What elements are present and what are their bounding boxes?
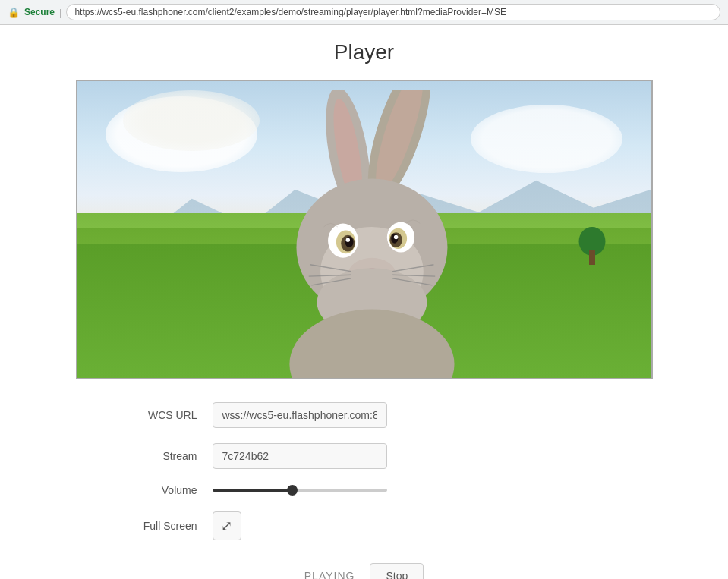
fullscreen-icon: ⤢ <box>221 518 232 534</box>
svg-point-10 <box>345 238 349 241</box>
svg-point-9 <box>345 237 353 247</box>
fullscreen-row: Full Screen ⤢ <box>99 511 630 540</box>
wcs-url-row: WCS URL <box>99 402 630 428</box>
separator: | <box>59 7 61 18</box>
volume-label: Volume <box>99 484 197 496</box>
volume-track <box>213 489 387 492</box>
video-scene <box>77 81 651 378</box>
video-player <box>76 80 653 379</box>
controls-section: WCS URL Stream Volume Full Screen ⤢ <box>99 402 630 579</box>
stream-input[interactable] <box>213 443 387 469</box>
url-bar[interactable]: https://wcs5-eu.flashphoner.com/client2/… <box>66 4 720 20</box>
page-content: Player <box>0 25 728 579</box>
stream-row: Stream <box>99 443 630 469</box>
browser-bar: 🔒 Secure | https://wcs5-eu.flashphoner.c… <box>0 0 728 25</box>
bunny-character <box>235 90 523 378</box>
tree-trunk <box>589 250 595 265</box>
page-title: Player <box>334 40 394 65</box>
playing-status: PLAYING <box>304 570 355 579</box>
lock-icon: 🔒 <box>8 7 20 18</box>
secure-label: Secure <box>24 7 55 17</box>
volume-row: Volume <box>99 484 630 496</box>
volume-slider-container[interactable] <box>213 489 387 492</box>
volume-fill <box>213 489 293 492</box>
svg-point-15 <box>393 235 397 239</box>
stream-label: Stream <box>99 450 197 462</box>
volume-thumb[interactable] <box>287 485 298 496</box>
tree-right <box>578 227 605 265</box>
fullscreen-label: Full Screen <box>99 520 197 532</box>
wcs-url-input[interactable] <box>213 402 387 428</box>
stop-button[interactable]: Stop <box>370 563 424 579</box>
svg-point-21 <box>289 310 454 378</box>
action-row: PLAYING Stop <box>99 563 630 579</box>
fullscreen-button[interactable]: ⤢ <box>213 511 241 540</box>
wcs-url-label: WCS URL <box>99 409 197 421</box>
